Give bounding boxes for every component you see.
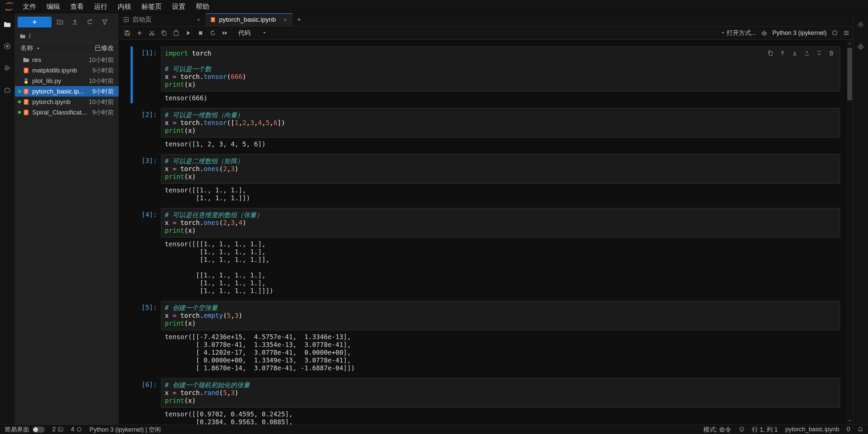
- scroll-up-icon[interactable]: [847, 41, 852, 46]
- simple-mode-toggle[interactable]: [33, 427, 45, 433]
- file-row[interactable]: Spiral_Classificat...9小时前: [15, 107, 119, 118]
- column-header-modified[interactable]: 已修改: [95, 44, 114, 53]
- notebook-cell-6[interactable]: [6]:# 创建一个随机初始化的张量 x = torch.rand(5,3) p…: [131, 378, 840, 425]
- sidebar-tab-running-sessions[interactable]: [2, 40, 13, 52]
- insert-above-icon: [804, 50, 810, 56]
- menu-kernel[interactable]: 内核: [113, 0, 136, 13]
- execution-count: [1]:: [134, 46, 161, 91]
- insert-cell-below-button[interactable]: [814, 49, 824, 58]
- kernel-status-text[interactable]: Python 3 (ipykernel) | 空闲: [90, 426, 161, 434]
- file-row[interactable]: res10小时前: [15, 55, 119, 65]
- sidebar-tab-table-of-contents[interactable]: [2, 62, 13, 74]
- interrupt-kernel-button[interactable]: [194, 27, 206, 38]
- python-file-icon: [23, 78, 29, 84]
- column-header-name[interactable]: 名称: [20, 44, 95, 53]
- notebook-cell-3[interactable]: [3]:# 可以是二维数组（矩阵） x = torch.ones(2,3) pr…: [131, 154, 840, 203]
- filter-button[interactable]: [98, 17, 111, 27]
- close-icon[interactable]: [196, 17, 201, 23]
- restart-icon: [210, 30, 216, 36]
- insert-cell-above-button[interactable]: [802, 49, 812, 58]
- mode-indicator[interactable]: 模式: 命令: [704, 426, 731, 434]
- notebook-cell-4[interactable]: [4]:# 可以是任意维度的数组（张量） x = torch.ones(2,3,…: [131, 208, 840, 296]
- file-row[interactable]: pytorch_basic.ip...9小时前: [15, 86, 119, 97]
- file-name: matplotlib.ipynb: [32, 67, 90, 74]
- cell-output-area: tensor([[[1., 1., 1., 1.], [1., 1., 1., …: [134, 239, 840, 296]
- code-editor[interactable]: # 可以是二维数组（矩阵） x = torch.ones(2,3) print(…: [161, 154, 840, 184]
- copy-cell-button[interactable]: [158, 27, 170, 38]
- menu-run[interactable]: 运行: [89, 0, 113, 13]
- scroll-down-icon[interactable]: [847, 418, 852, 423]
- insert-cell-below-button[interactable]: [133, 27, 145, 38]
- run-cell-button[interactable]: [182, 27, 194, 38]
- kernels-count[interactable]: 4: [71, 426, 82, 433]
- menu-edit[interactable]: 编辑: [41, 0, 65, 13]
- menu-help[interactable]: 帮助: [191, 0, 214, 13]
- sidebar-tab-extensions[interactable]: [2, 84, 13, 95]
- terminals-count[interactable]: 2: [52, 426, 63, 433]
- menu-file[interactable]: 文件: [18, 0, 41, 13]
- toolbar-menu-icon[interactable]: [843, 29, 850, 36]
- upload-icon: [72, 19, 78, 25]
- refresh-icon: [86, 19, 93, 25]
- running-kernel-dot: [18, 111, 21, 114]
- code-editor[interactable]: import torch # 可以是一个数 x = torch.tensor(6…: [161, 46, 840, 91]
- cell-input: [3]:# 可以是二维数组（矩阵） x = torch.ones(2,3) pr…: [134, 154, 840, 184]
- move-cell-up-button[interactable]: [778, 49, 787, 58]
- cut-cell-button[interactable]: [145, 27, 158, 38]
- debugger-icon[interactable]: [761, 29, 768, 36]
- menu-view[interactable]: 查看: [65, 0, 89, 13]
- scrollbar-thumb[interactable]: [847, 48, 852, 100]
- tab-pytorch-basic-notebook[interactable]: pytorch_basic.ipynb: [206, 13, 293, 26]
- notebook-scrollbar[interactable]: [846, 40, 853, 425]
- notebook-file-icon: [23, 99, 29, 105]
- code-editor[interactable]: # 可以是任意维度的数组（张量） x = torch.ones(2,3,4) p…: [161, 208, 840, 237]
- add-tab-button[interactable]: [293, 13, 305, 26]
- notebook-panel: [1]:import torch # 可以是一个数 x = torch.tens…: [119, 40, 853, 425]
- tab-label: pytorch_basic.ipynb: [219, 16, 276, 23]
- cursor-position[interactable]: 行 1, 列 1: [752, 426, 778, 434]
- name-column-label: 名称: [20, 44, 33, 53]
- cell-type-dropdown[interactable]: 代码: [234, 29, 271, 37]
- left-sidebar-tabs: [0, 13, 15, 425]
- file-row[interactable]: matplotlib.ipynb9小时前: [15, 65, 119, 76]
- code-editor[interactable]: # 创建一个随机初始化的张量 x = torch.rand(5,3) print…: [161, 378, 840, 408]
- folder-icon: [23, 57, 29, 63]
- menu-settings[interactable]: 设置: [167, 0, 191, 13]
- restart-kernel-button[interactable]: [206, 27, 219, 38]
- tab-launcher[interactable]: 启动页: [119, 13, 206, 26]
- code-editor[interactable]: # 可以是一维数组（向量） x = torch.tensor([1,2,3,4,…: [161, 108, 840, 138]
- notifications-count[interactable]: 0: [847, 426, 850, 433]
- save-button[interactable]: [121, 27, 133, 38]
- paste-cell-button[interactable]: [170, 27, 182, 38]
- main-area: 启动页pytorch_basic.ipynb 代码 打开方式...: [119, 13, 853, 425]
- notebook-cell-2[interactable]: [2]:# 可以是一维数组（向量） x = torch.tensor([1,2,…: [131, 108, 840, 149]
- open-with-dropdown[interactable]: 打开方式...: [721, 29, 756, 37]
- upload-button[interactable]: [68, 17, 81, 27]
- refresh-button[interactable]: [83, 17, 96, 27]
- file-row[interactable]: plot_lib.py10小时前: [15, 76, 119, 86]
- notebook-cell-5[interactable]: [5]:# 创建一个空张量 x = torch.empty(5,3) print…: [131, 301, 840, 373]
- move-cell-down-button[interactable]: [790, 49, 800, 58]
- sidebar-tab-property-inspector[interactable]: [855, 19, 867, 30]
- menu-tabs[interactable]: 标签页: [136, 0, 167, 13]
- new-launcher-button[interactable]: [18, 17, 52, 27]
- restart-run-all-button[interactable]: [219, 27, 231, 38]
- sidebar-tab-file-browser[interactable]: [2, 19, 13, 30]
- new-folder-button[interactable]: [54, 17, 66, 27]
- notebook-cell-1[interactable]: [1]:import torch # 可以是一个数 x = torch.tens…: [131, 46, 840, 103]
- delete-cell-button[interactable]: [827, 49, 836, 58]
- new-folder-icon: [57, 19, 63, 25]
- notebook-file-icon: [23, 88, 29, 95]
- breadcrumb[interactable]: /: [15, 31, 119, 42]
- folder-icon: [3, 21, 11, 28]
- toggle-knob: [33, 427, 38, 432]
- file-row[interactable]: pytorch.ipynb10小时前: [15, 97, 119, 107]
- close-icon[interactable]: [282, 17, 288, 23]
- sidebar-tab-debugger[interactable]: [855, 40, 867, 52]
- duplicate-cell-button[interactable]: [766, 49, 775, 58]
- kernel-name-button[interactable]: Python 3 (ipykernel): [772, 29, 827, 37]
- bell-icon[interactable]: [857, 427, 863, 432]
- code-editor[interactable]: # 创建一个空张量 x = torch.empty(5,3) print(x): [161, 301, 840, 330]
- move-up-icon: [780, 50, 786, 56]
- running-icon: [3, 42, 11, 50]
